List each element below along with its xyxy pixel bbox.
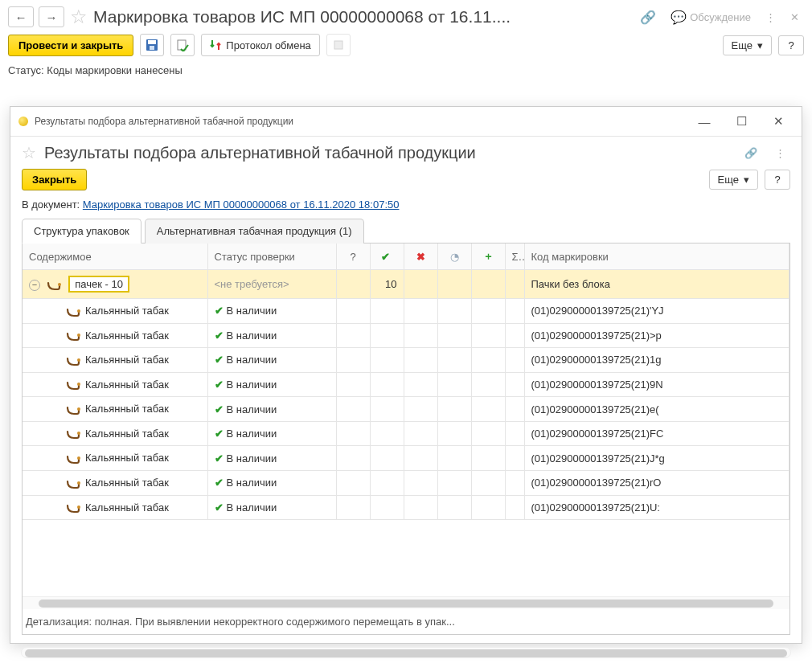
row-code: (01)02900000139725(21)>p xyxy=(524,323,789,348)
row-status: ✔В наличии xyxy=(207,446,336,471)
status-label: Статус: xyxy=(8,64,44,76)
tab-structure[interactable]: Структура упаковок xyxy=(22,219,141,244)
window-minimize-icon[interactable]: — xyxy=(689,112,720,131)
dialog-more-button[interactable]: Еще ▾ xyxy=(709,170,758,190)
svg-point-14 xyxy=(77,505,80,509)
svg-point-6 xyxy=(77,309,80,313)
pipe-icon xyxy=(66,379,80,391)
th-status[interactable]: Статус проверки xyxy=(207,244,336,270)
post-icon xyxy=(176,39,189,51)
top-more-button[interactable]: Еще ▾ xyxy=(723,35,772,55)
nav-back-button[interactable]: ← xyxy=(8,6,34,27)
row-name: Кальянный табак xyxy=(85,501,169,514)
post-button[interactable] xyxy=(170,34,195,56)
th-clock[interactable]: ◔ xyxy=(437,244,471,270)
row-name: Кальянный табак xyxy=(85,428,169,440)
check-icon: ✔ xyxy=(215,354,224,366)
th-x[interactable]: ✖ xyxy=(404,244,437,270)
check-icon: ✔ xyxy=(215,501,224,514)
pipe-icon xyxy=(66,306,80,317)
window-maximize-icon[interactable]: ☐ xyxy=(726,112,757,131)
dialog-star-icon[interactable]: ☆ xyxy=(22,143,36,162)
page-title: Маркировка товаров ИС МП 00000000068 от … xyxy=(93,7,630,27)
top-help-button[interactable]: ? xyxy=(778,35,804,55)
collapse-icon[interactable]: − xyxy=(29,280,40,291)
close-icon[interactable]: ✕ xyxy=(785,10,804,25)
svg-point-12 xyxy=(77,456,80,460)
row-status: ✔В наличии xyxy=(207,372,336,397)
dialog-more-label: Еще xyxy=(718,174,739,186)
tabstrip: Структура упаковок Альтернативная табачн… xyxy=(22,219,790,244)
row-status: ✔В наличии xyxy=(207,470,336,495)
row-name: Кальянный табак xyxy=(85,354,169,366)
row-content: Кальянный табак xyxy=(23,397,207,422)
dialog-help-button[interactable]: ? xyxy=(765,170,790,190)
table-row[interactable]: Кальянный табак✔В наличии(01)02900000139… xyxy=(23,397,789,422)
check-icon: ✔ xyxy=(215,403,224,415)
th-plus[interactable]: ＋ xyxy=(471,244,505,270)
svg-point-7 xyxy=(77,334,80,337)
window-close-icon[interactable]: ✕ xyxy=(763,112,794,131)
status-value: Коды маркировки нанесены xyxy=(47,64,182,76)
table-row[interactable]: Кальянный табак✔В наличии(01)02900000139… xyxy=(23,323,789,348)
favorite-star-icon[interactable]: ☆ xyxy=(69,7,88,27)
outer-hscroll[interactable] xyxy=(21,647,791,658)
discuss-button[interactable]: 💬 Обсуждение xyxy=(666,8,756,27)
dialog-small-title: Результаты подбора альтернативной табачн… xyxy=(35,116,683,127)
table-row[interactable]: Кальянный табак✔В наличии(01)02900000139… xyxy=(23,348,789,373)
chevron-down-icon: ▾ xyxy=(744,174,749,186)
top-toolbar: Провести и закрыть Протокол обмена Еще ▾… xyxy=(8,34,804,56)
packages-table: Содержимое Статус проверки ? ✔ ✖ ◔ ＋ Σ К… xyxy=(23,244,789,520)
protocol-label: Протокол обмена xyxy=(226,39,311,51)
link-icon[interactable]: 🔗 xyxy=(635,8,661,27)
post-and-close-button[interactable]: Провести и закрыть xyxy=(8,35,133,56)
extra-button[interactable] xyxy=(326,34,351,56)
group-label: пачек - 10 xyxy=(68,276,129,293)
dialog-kebab-icon[interactable]: ⋮ xyxy=(770,145,790,161)
th-content[interactable]: Содержимое xyxy=(23,244,207,270)
row-status: ✔В наличии xyxy=(207,495,336,520)
table-row[interactable]: Кальянный табак✔В наличии(01)02900000139… xyxy=(23,372,789,397)
th-check[interactable]: ✔ xyxy=(370,244,404,270)
plus-icon: ＋ xyxy=(483,250,494,262)
check-icon: ✔ xyxy=(215,428,224,440)
group-status: <не требуется> xyxy=(207,270,336,299)
table-row[interactable]: Кальянный табак✔В наличии(01)02900000139… xyxy=(23,495,789,520)
table-hscroll[interactable] xyxy=(23,596,789,609)
pipe-icon xyxy=(66,453,80,465)
row-content: Кальянный табак xyxy=(23,299,207,324)
doc-reference: В документ: Маркировка товаров ИС МП 000… xyxy=(22,198,790,211)
row-status: ✔В наличии xyxy=(207,421,336,446)
nav-forward-button[interactable]: → xyxy=(39,6,64,27)
row-content: Кальянный табак xyxy=(23,495,207,520)
protocol-button[interactable]: Протокол обмена xyxy=(201,34,320,56)
dialog-link-icon[interactable]: 🔗 xyxy=(740,145,762,161)
table-group-row[interactable]: − пачек - 10 <не требуется> 10 Пачки без… xyxy=(23,270,789,299)
dialog-close-button[interactable]: Закрыть xyxy=(22,169,87,190)
th-code[interactable]: Код маркировки xyxy=(524,244,789,270)
row-code: (01)02900000139725(21)9N xyxy=(524,372,789,397)
tab-alt-tobacco[interactable]: Альтернативная табачная продукция (1) xyxy=(145,219,364,244)
table-row[interactable]: Кальянный табак✔В наличии(01)02900000139… xyxy=(23,446,789,471)
row-code: (01)02900000139725(21)FC xyxy=(524,421,789,446)
table-row[interactable]: Кальянный табак✔В наличии(01)02900000139… xyxy=(23,421,789,446)
more-label: Еще xyxy=(732,39,753,51)
row-status: ✔В наличии xyxy=(207,397,336,422)
th-sigma[interactable]: Σ xyxy=(505,244,524,270)
row-content: Кальянный табак xyxy=(23,372,207,397)
row-code: (01)02900000139725(21)J*g xyxy=(524,446,789,471)
th-question[interactable]: ? xyxy=(336,244,370,270)
row-status: ✔В наличии xyxy=(207,348,336,373)
table-row[interactable]: Кальянный табак✔В наличии(01)02900000139… xyxy=(23,470,789,495)
row-name: Кальянный табак xyxy=(85,452,169,464)
save-button[interactable] xyxy=(140,34,164,56)
row-code: (01)02900000139725(21)1g xyxy=(524,348,789,373)
doc-link[interactable]: Маркировка товаров ИС МП 00000000068 от … xyxy=(83,198,400,211)
row-content: Кальянный табак xyxy=(23,348,207,373)
pipe-icon xyxy=(66,502,80,514)
doc-icon xyxy=(333,39,344,51)
kebab-menu-icon[interactable]: ⋮ xyxy=(761,10,781,25)
table-row[interactable]: Кальянный табак✔В наличии(01)02900000139… xyxy=(23,299,789,324)
svg-rect-1 xyxy=(148,40,156,44)
dialog-header: ☆ Результаты подбора альтернативной таба… xyxy=(22,143,790,162)
